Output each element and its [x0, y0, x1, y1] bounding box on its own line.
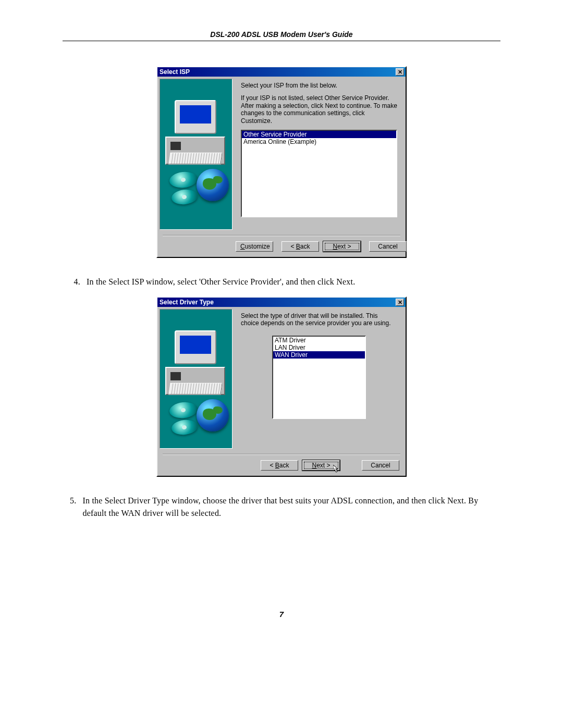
- isp-listbox[interactable]: Other Service Provider America Online (E…: [241, 130, 397, 217]
- select-driver-title: Select Driver Type: [160, 299, 214, 306]
- select-driver-titlebar: Select Driver Type ✕: [157, 298, 406, 307]
- next-button[interactable]: Next >: [323, 241, 361, 252]
- svg-marker-0: [333, 465, 338, 472]
- driver-option-wan[interactable]: WAN Driver: [273, 351, 365, 359]
- back-button[interactable]: < Back: [282, 241, 319, 252]
- dialog-separator: [163, 454, 400, 455]
- driver-option-atm[interactable]: ATM Driver: [273, 337, 365, 344]
- page-number: 7: [0, 610, 563, 619]
- isp-instruction-1: Select your ISP from the list below.: [241, 82, 397, 89]
- step-4-text: 4. In the Select ISP window, select 'Oth…: [63, 276, 500, 288]
- isp-option-other[interactable]: Other Service Provider: [242, 131, 396, 138]
- installer-artwork: [160, 309, 232, 449]
- cancel-button[interactable]: Cancel: [362, 460, 399, 471]
- step-5-body: In the Select Driver Type window, choose…: [82, 495, 500, 520]
- select-isp-dialog: Select ISP ✕ Select your ISP from the li…: [156, 66, 407, 258]
- step-5-number: 5.: [63, 495, 76, 520]
- installer-artwork: [160, 79, 232, 230]
- step-4-number: 4.: [63, 276, 80, 288]
- driver-option-lan[interactable]: LAN Driver: [273, 344, 365, 351]
- dialog2-button-row: < Back Next > Cancel: [157, 458, 406, 476]
- header-rule: [63, 41, 500, 41]
- document-page: DSL-200 ADSL USB Modem User's Guide Sele…: [0, 0, 563, 549]
- driver-listbox[interactable]: ATM Driver LAN Driver WAN Driver: [272, 336, 366, 419]
- customize-button[interactable]: Customize: [236, 241, 273, 252]
- select-isp-titlebar: Select ISP ✕: [157, 67, 406, 77]
- close-icon[interactable]: ✕: [396, 68, 404, 76]
- cursor-icon: [333, 465, 340, 474]
- driver-instruction-1: Select the type of driver that will be i…: [241, 312, 397, 327]
- page-header-title: DSL-200 ADSL USB Modem User's Guide: [63, 30, 500, 41]
- step-5-text: 5. In the Select Driver Type window, cho…: [63, 495, 500, 520]
- dialog-separator: [163, 235, 400, 236]
- select-driver-dialog: Select Driver Type ✕ Select the type of …: [156, 297, 407, 477]
- isp-instruction-2: If your ISP is not listed, select Other …: [241, 94, 397, 125]
- cancel-button[interactable]: Cancel: [369, 241, 407, 252]
- select-isp-title: Select ISP: [160, 68, 190, 76]
- step-4-body: In the Select ISP window, select 'Other …: [87, 276, 355, 288]
- dialog1-button-row: Customize < Back Next > Cancel: [157, 239, 406, 257]
- isp-option-aol[interactable]: America Online (Example): [242, 138, 396, 145]
- next-button[interactable]: Next >: [302, 460, 340, 471]
- close-icon[interactable]: ✕: [396, 299, 404, 306]
- back-button[interactable]: < Back: [261, 460, 298, 471]
